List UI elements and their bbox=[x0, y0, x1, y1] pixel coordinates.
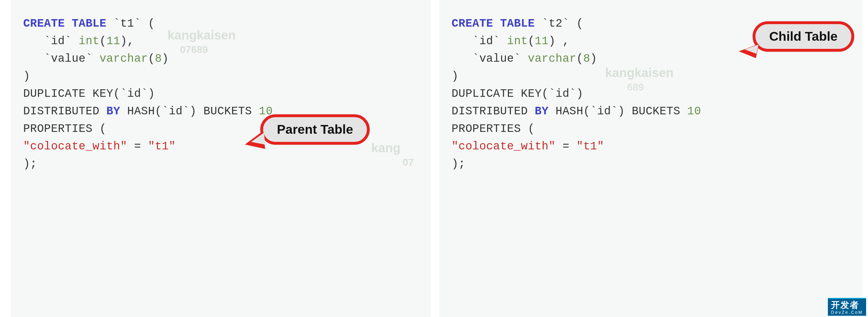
callout-parent-table: Parent Table bbox=[260, 114, 370, 145]
callout-child-table: Child Table bbox=[753, 21, 854, 52]
code-pane-left: kangkaisen 07689 kang 07 CREATE TABLE `t… bbox=[11, 0, 431, 317]
sql-code-left: CREATE TABLE `t1` ( `id` int(11), `value… bbox=[23, 15, 418, 173]
site-logo: 开发者 DevZe.CoM bbox=[828, 298, 866, 316]
logo-subtext: DevZe.CoM bbox=[831, 310, 863, 315]
callout-label: Child Table bbox=[753, 21, 854, 52]
logo-text: 开发者 bbox=[831, 300, 859, 310]
callout-tail-inner bbox=[250, 133, 266, 147]
callout-label: Parent Table bbox=[260, 114, 370, 145]
